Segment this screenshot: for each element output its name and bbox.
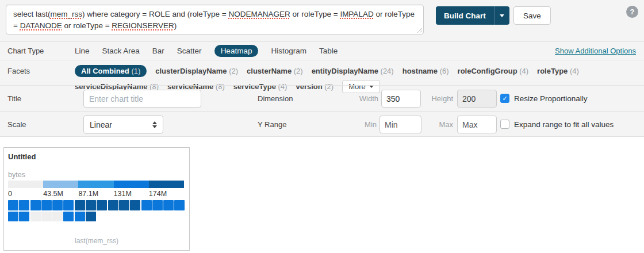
heatmap-cell (30, 200, 41, 210)
max-label: Max (407, 120, 453, 129)
legend-tick-label: 131M (114, 190, 132, 198)
heatmap-cell (30, 212, 41, 222)
expand-range-label: Expand range to fit all values (514, 120, 614, 129)
query-token: IMPALAD (340, 10, 373, 18)
legend-segment (114, 181, 149, 188)
chart-type-option-histogram[interactable]: Histogram (271, 47, 306, 55)
facet-option-hostname[interactable]: hostname (6) (402, 67, 449, 75)
heatmap-row (8, 200, 185, 210)
chart-unit-label: bytes (8, 171, 25, 179)
heatmap-cell (119, 200, 129, 210)
heatmap-cell (86, 212, 96, 222)
expand-range-checkbox[interactable] (500, 120, 509, 129)
resize-proportionally-checkbox[interactable]: ✓ (500, 94, 509, 103)
facet-option-clustername[interactable]: clusterName (2) (247, 67, 303, 75)
heatmap-cell (19, 212, 29, 222)
heatmap-cell (152, 200, 163, 210)
query-token: or roleType = (62, 21, 112, 30)
heatmap-cell (41, 200, 52, 210)
heatmap-legend-ticks: 043.5M87.1M131M174M (8, 190, 184, 198)
scale-select[interactable]: Linear (83, 115, 163, 134)
query-token: ) where category = ROLE and (roleType = (82, 10, 228, 18)
query-token: DATANODE (20, 21, 62, 30)
heatmap-cell (174, 200, 185, 210)
query-token: REGIONSERVER (112, 21, 174, 30)
chart-type-option-table[interactable]: Table (319, 47, 338, 55)
chart-type-options: LineStack AreaBarScatterHeatmapHistogram… (75, 45, 338, 57)
heatmap-cell (75, 200, 85, 210)
chart-preview-card: Untitled bytes 043.5M87.1M131M174M last(… (3, 147, 190, 251)
legend-segment (8, 181, 43, 188)
facet-option-roleconfiggroup[interactable]: roleConfigGroup (4) (458, 67, 529, 75)
chart-type-option-bar[interactable]: Bar (152, 47, 164, 55)
heatmap-cell (86, 200, 96, 210)
resize-grip-icon[interactable] (416, 27, 422, 33)
legend-segment (78, 181, 113, 188)
build-chart-button[interactable]: Build Chart (436, 6, 494, 25)
legend-segment (43, 181, 78, 188)
height-input (457, 90, 497, 108)
build-chart-dropdown-button[interactable] (494, 6, 509, 25)
help-icon[interactable]: ? (626, 6, 638, 18)
legend-tick-label: 0 (8, 190, 12, 198)
heatmap-cell (41, 212, 52, 222)
title-label: Title (0, 94, 75, 103)
query-token: or roleType = (290, 10, 340, 18)
legend-tick-label: 43.5M (43, 190, 63, 198)
chart-type-option-line[interactable]: Line (75, 47, 90, 55)
heatmap-cell (8, 200, 18, 210)
select-arrows-icon (152, 121, 157, 128)
chart-title: Untitled (8, 152, 36, 161)
legend-segment (149, 181, 184, 188)
query-token: mem_rss (51, 10, 83, 18)
query-token: ) (174, 21, 177, 30)
save-button[interactable]: Save (513, 6, 551, 25)
resize-proportionally-label: Resize Proportionally (514, 94, 588, 103)
facets-label: Facets (0, 60, 75, 75)
heatmap-cell (97, 200, 107, 210)
facet-option-all-combined[interactable]: All Combined (1) (75, 65, 147, 77)
facet-option-clusterdisplayname[interactable]: clusterDisplayName (2) (155, 67, 238, 75)
query-token: select last( (13, 10, 51, 18)
heatmap-cell (63, 212, 74, 222)
scale-label: Scale (0, 120, 75, 129)
dimension-label: Dimension (258, 94, 293, 103)
width-label: Width (352, 94, 378, 103)
heatmap-cell (163, 200, 174, 210)
show-additional-options-link[interactable]: Show Additional Options (555, 47, 636, 55)
heatmap-row (8, 212, 185, 222)
max-input[interactable] (457, 116, 497, 133)
scale-select-value: Linear (90, 120, 112, 129)
query-input[interactable]: select last(mem_rss) where category = RO… (6, 5, 424, 34)
heatmap-cell (52, 200, 63, 210)
heatmap-cell (19, 200, 29, 210)
heatmap-cell (8, 212, 18, 222)
build-chart-split-button: Build Chart (436, 6, 509, 25)
heatmap-cell (75, 212, 85, 222)
chart-title-input[interactable] (83, 90, 201, 108)
legend-tick-label: 174M (149, 190, 167, 198)
heatmap-cell (52, 212, 63, 222)
chart-type-option-stack-area[interactable]: Stack Area (102, 47, 140, 55)
heatmap-cell (141, 200, 152, 210)
scale-row: Scale Linear Y Range Min Max Expand rang… (0, 111, 644, 137)
height-label: Height (407, 94, 453, 103)
heatmap-cell (63, 200, 74, 210)
chart-type-option-heatmap[interactable]: Heatmap (214, 45, 259, 57)
title-row: Title Dimension Width Height ✓ Resize Pr… (0, 85, 644, 111)
min-label: Min (352, 120, 377, 129)
heatmap-grid (8, 200, 185, 221)
heatmap-cell (108, 200, 118, 210)
chevron-down-icon (500, 14, 504, 17)
heatmap-cell (130, 200, 140, 210)
chart-type-row: Chart Type LineStack AreaBarScatterHeatm… (0, 41, 644, 60)
chart-caption: last(mem_rss) (4, 237, 189, 245)
chart-builder-page: select last(mem_rss) where category = RO… (0, 0, 644, 253)
builder-panel: select last(mem_rss) where category = RO… (0, 0, 644, 137)
chart-type-option-scatter[interactable]: Scatter (177, 47, 202, 55)
chart-type-label: Chart Type (0, 47, 75, 55)
facets-row: Facets All Combined (1)clusterDisplayNam… (0, 60, 644, 85)
facet-option-entitydisplayname[interactable]: entityDisplayName (24) (312, 67, 394, 75)
facet-option-roletype[interactable]: roleType (4) (537, 67, 579, 75)
heatmap-legend (8, 181, 184, 188)
